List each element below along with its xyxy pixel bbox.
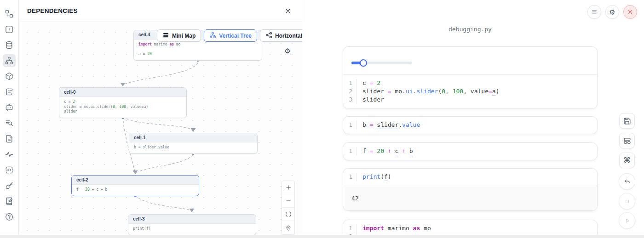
graph-code-line: b = slider.value [134,145,253,150]
code-text: c = 2 [357,79,380,87]
code-text: b = slider.value [357,121,420,129]
notebook-cell[interactable]: 1c = 22slider = mo.ui.slider(0, 100, val… [343,46,598,109]
zoom-out-button[interactable] [282,194,294,208]
notebook-cell[interactable]: 1b = slider.value [343,116,598,134]
code-token: print(f) [133,227,151,231]
packages-icon[interactable] [3,70,16,83]
graph-node[interactable]: cell-1b = slider.value [129,133,258,154]
panel-title: DEPENDENCIES [27,7,78,14]
code-editor[interactable]: 1c = 22slider = mo.ui.slider(0, 100, val… [343,75,597,108]
scratchpad-icon[interactable] [3,195,16,208]
file-tree-icon[interactable] [3,7,16,20]
code-token: mo [174,42,180,46]
notebook-menu-button[interactable] [587,5,601,19]
layout-button[interactable] [619,133,635,148]
notebook-cell[interactable]: 1print(f)42 [343,168,598,211]
code-token: 20 [377,147,384,154]
dependency-graph-icon[interactable] [3,54,16,67]
command-palette-button[interactable]: ⌘ [619,153,635,168]
datasources-icon[interactable] [3,39,16,51]
slider-widget[interactable] [351,59,412,67]
code-token: f [384,173,388,181]
code-line: 1print(f) [343,173,597,181]
line-number: 2 [343,87,357,96]
graph-code-line: import marimo as mo [138,42,257,47]
files-icon[interactable] [3,132,16,145]
save-button[interactable] [619,113,635,129]
horizontal-tree-button[interactable]: Horizontal Tree [260,29,302,42]
graph-node[interactable]: cell-2f = 20 + c + b [71,175,199,196]
secrets-icon[interactable] [3,179,16,192]
fit-view-button[interactable] [282,208,294,221]
code-line: 1import marimo as mo [343,224,597,232]
code-editor[interactable]: 1b = slider.value [343,117,597,134]
treeh-icon [265,32,272,40]
horizontal-scrollbar[interactable] [0,235,644,238]
code-editor[interactable]: 1f = 20 + c + b [343,143,597,160]
code-token: mo [395,88,402,95]
undo-button[interactable] [619,173,635,190]
snippets-icon[interactable] [3,164,16,176]
zoom-in-button[interactable] [282,181,294,194]
graph-node-code: c = 2slider = mo.ui.slider(0, 100, value… [59,97,186,118]
graph-code-line: slider = mo.ui.slider(0, 100, value=a) [64,105,182,110]
code-token: ) [496,88,500,95]
logs-search-icon[interactable] [3,117,16,130]
code-text: slider = mo.ui.slider(0, 100, value=a) [357,87,499,96]
tracing-icon[interactable] [3,148,16,161]
graph-settings-icon[interactable]: ⚙ [282,45,293,56]
stop-button[interactable] [619,193,635,210]
graph-node-code: import marimo as mo a = 20 [134,40,262,60]
functions-icon[interactable]: f [3,23,16,36]
dependencies-panel: DEPENDENCIES Mini MapVertical TreeHorizo… [19,0,302,238]
code-token: = [388,88,395,95]
code-token: slider [362,96,384,103]
code-token: slider [377,121,398,129]
code-token: marimo [152,42,170,46]
code-token: b = slider.value [134,145,169,149]
dependency-graph-canvas[interactable]: Mini MapVertical TreeHorizontal Tree ⚙ c… [19,22,302,235]
code-text: f = 20 + c + b [357,147,413,155]
graph-node-code: b = slider.value [129,142,257,153]
graph-node[interactable]: cell-3print(f) [128,214,256,235]
code-text: print(f) [357,173,391,181]
code-token: f = [76,187,85,192]
run-button[interactable] [619,212,635,229]
code-editor[interactable]: 1print(f) [343,169,597,186]
code-token: 20 [85,187,90,192]
graph-code-line: c = 2 [64,100,182,105]
notebook-cell[interactable]: 1f = 20 + c + b [343,142,598,160]
documentation-icon[interactable] [3,85,16,98]
line-number: 3 [343,96,357,104]
code-token: value [402,121,420,128]
code-token: print [362,173,380,180]
code-token: = [370,79,377,86]
code-token: , value=a) [126,105,148,109]
code-token: import [362,225,384,232]
code-token: 2 [73,100,75,104]
code-token: b [409,147,413,155]
code-token: c = [64,100,73,104]
code-token: as [413,225,420,232]
view-button-label: Mini Map [172,33,196,39]
code-token: = [489,88,492,95]
code-line: 1b = slider.value [343,121,597,129]
slider-handle[interactable] [360,59,367,67]
help-icon[interactable] [3,210,16,223]
close-panel-icon[interactable] [282,6,293,17]
code-token: 20 [147,52,152,56]
vertical-tree-button[interactable]: Vertical Tree [204,29,257,42]
code-token: , [115,105,120,109]
center-selection-button[interactable] [282,221,294,234]
graph-zoom-controls [282,181,295,235]
graph-node[interactable]: cell-0c = 2slider = mo.ui.slider(0, 100,… [59,87,187,118]
chat-icon[interactable] [3,101,16,114]
code-token: c [362,79,370,86]
shutdown-button[interactable] [623,5,637,19]
graph-code-line [138,47,257,52]
slider-output [343,47,597,75]
dependencies-header: DEPENDENCIES [19,0,302,22]
settings-button[interactable]: ⚙ [605,5,619,19]
code-token: 2 [377,79,380,86]
mini-map-button[interactable]: Mini Map [157,29,201,42]
